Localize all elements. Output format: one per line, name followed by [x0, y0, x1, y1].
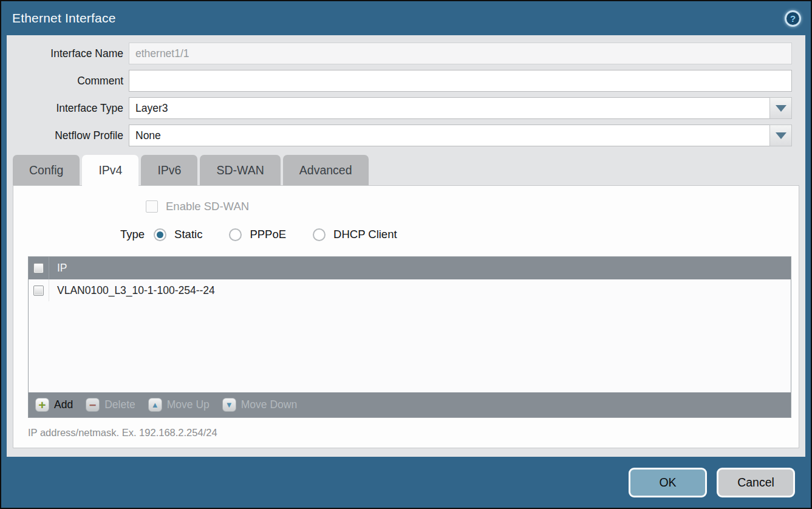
ip-column-header: IP: [49, 262, 67, 275]
move-up-button-label: Move Up: [167, 398, 210, 411]
tab-config[interactable]: Config: [13, 155, 80, 185]
tab-sd-wan[interactable]: SD-WAN: [200, 155, 280, 185]
ipv4-tab-panel: Enable SD-WAN Type Static PPPoE DHCP Cli…: [13, 185, 799, 448]
select-all-checkbox[interactable]: [33, 263, 44, 273]
chevron-down-icon: [776, 132, 786, 139]
move-down-button: ▼ Move Down: [222, 398, 297, 412]
add-button[interactable]: + Add: [35, 398, 73, 412]
tab-advanced[interactable]: Advanced: [283, 155, 369, 185]
netflow-profile-label: Netflow Profile: [7, 129, 123, 142]
radio-option-pppoe[interactable]: PPPoE: [229, 228, 286, 241]
help-icon[interactable]: ?: [785, 10, 801, 27]
ok-button[interactable]: OK: [629, 468, 707, 497]
add-button-label: Add: [54, 398, 73, 411]
move-up-button: ▲ Move Up: [148, 398, 210, 412]
plus-icon: +: [35, 398, 49, 412]
comment-field[interactable]: [129, 70, 792, 92]
enable-sdwan-label: Enable SD-WAN: [166, 200, 249, 213]
header-checkbox-cell: [29, 257, 49, 279]
form-row-netflow-profile: Netflow Profile: [7, 125, 805, 146]
table-toolbar: + Add − Delete ▲ Move Up ▼ Move Down: [29, 392, 791, 417]
form-row-comment: Comment: [7, 70, 805, 92]
tab-bar: Config IPv4 IPv6 SD-WAN Advanced: [7, 155, 805, 185]
dialog-footer: OK Cancel: [1, 457, 811, 508]
radio-pppoe[interactable]: [229, 228, 242, 241]
netflow-profile-wrap: [129, 125, 792, 146]
enable-sdwan-checkbox: [146, 200, 158, 213]
interface-name-wrap: [129, 43, 792, 64]
interface-type-label: Interface Type: [7, 102, 123, 115]
interface-type-select[interactable]: [129, 97, 792, 119]
minus-icon: −: [86, 398, 100, 412]
radio-option-dhcp-client[interactable]: DHCP Client: [313, 228, 397, 241]
radio-pppoe-label: PPPoE: [250, 228, 286, 241]
interface-name-field: [129, 43, 792, 64]
interface-form: Interface Name Comment Interface Type: [7, 35, 805, 152]
radio-dhcp-client-label: DHCP Client: [333, 228, 397, 241]
radio-option-static[interactable]: Static: [154, 228, 202, 241]
move-down-button-label: Move Down: [241, 398, 297, 411]
radio-static-label: Static: [174, 228, 202, 241]
tab-ipv6[interactable]: IPv6: [141, 155, 197, 185]
comment-label: Comment: [7, 75, 123, 87]
ip-cell-value: VLAN0100_L3_10-1-100-254--24: [49, 284, 215, 297]
delete-button: − Delete: [86, 398, 135, 412]
ip-format-hint: IP address/netmask. Ex. 192.168.2.254/24: [28, 427, 799, 439]
interface-type-wrap: [129, 97, 792, 119]
interface-name-label: Interface Name: [7, 47, 123, 60]
row-checkbox-cell: [29, 279, 49, 301]
comment-wrap: [129, 70, 792, 92]
form-row-interface-type: Interface Type: [7, 97, 805, 119]
radio-static[interactable]: [154, 228, 166, 241]
ethernet-interface-dialog: Ethernet Interface ? Interface Name Comm…: [0, 0, 812, 509]
table-row[interactable]: VLAN0100_L3_10-1-100-254--24: [29, 279, 791, 301]
netflow-profile-select[interactable]: [129, 125, 792, 146]
dialog-title: Ethernet Interface: [12, 11, 116, 26]
arrow-down-icon: ▼: [222, 398, 236, 412]
arrow-up-icon: ▲: [148, 398, 162, 412]
delete-button-label: Delete: [104, 398, 135, 411]
row-checkbox[interactable]: [33, 285, 44, 296]
tab-ipv4[interactable]: IPv4: [82, 155, 138, 186]
dialog-titlebar: Ethernet Interface ?: [1, 1, 811, 35]
chevron-down-icon: [776, 105, 786, 112]
netflow-profile-dropdown-button[interactable]: [769, 125, 792, 146]
type-radio-group: Type Static PPPoE DHCP Client: [13, 228, 799, 241]
enable-sdwan-row: Enable SD-WAN: [146, 200, 799, 213]
ip-address-table: IP VLAN0100_L3_10-1-100-254--24 + Add: [28, 256, 791, 418]
type-label: Type: [120, 228, 145, 241]
radio-dhcp-client[interactable]: [313, 228, 326, 241]
dialog-body: Interface Name Comment Interface Type: [7, 35, 805, 457]
table-empty-area: [29, 301, 791, 392]
ip-table-header: IP: [29, 257, 791, 279]
form-row-interface-name: Interface Name: [7, 43, 805, 64]
cancel-button[interactable]: Cancel: [717, 468, 795, 497]
interface-type-dropdown-button[interactable]: [769, 97, 792, 119]
